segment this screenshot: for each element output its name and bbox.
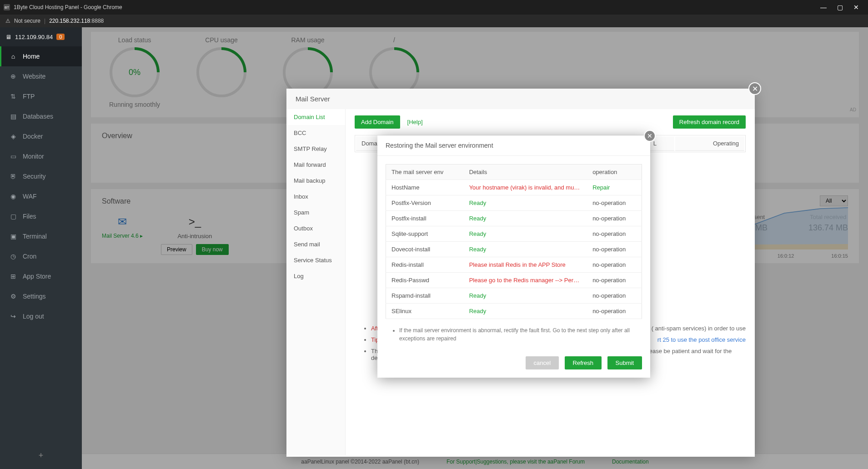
env-name: Dovecot-install	[386, 242, 464, 257]
cancel-button[interactable]: cancel	[526, 356, 559, 369]
sidebar-item-waf[interactable]: ◉WAF	[0, 186, 82, 206]
nav-label: App Store	[23, 273, 51, 280]
nav-label: Website	[23, 73, 45, 80]
add-menu-button[interactable]: +	[0, 451, 82, 469]
nav-label: Log out	[23, 313, 44, 320]
window-titlebar: BT 1Byte Cloud Hosting Panel - Google Ch…	[0, 0, 868, 15]
env-status-table: The mail server env Details operation Ho…	[386, 164, 642, 319]
env-op[interactable]: Repair	[587, 180, 642, 195]
sidebar-item-security[interactable]: ⛨Security	[0, 166, 82, 186]
col-operating: Operating	[675, 136, 744, 151]
nav-label: Files	[23, 213, 36, 220]
maximize-button[interactable]: ▢	[832, 4, 848, 11]
nav-icon: ⇅	[9, 93, 17, 100]
env-row: Dovecot-install Ready no-operation	[386, 242, 642, 257]
col-operation: operation	[587, 165, 642, 180]
env-op: no-operation	[587, 273, 642, 288]
content-area: Load status 0% Running smoothly CPU usag…	[82, 27, 868, 469]
sidebar-item-docker[interactable]: ◈Docker	[0, 126, 82, 146]
mail-tab-send-mail[interactable]: Send mail	[286, 236, 345, 252]
sidebar-item-settings[interactable]: ⚙Settings	[0, 286, 82, 306]
mail-modal-title: Mail Server	[286, 89, 755, 109]
mail-tab-mail-backup[interactable]: Mail backup	[286, 173, 345, 189]
nav-label: Monitor	[23, 153, 44, 160]
mail-tab-mail-forward[interactable]: Mail forward	[286, 157, 345, 173]
nav-label: Databases	[23, 113, 53, 120]
sidebar-item-app-store[interactable]: ⊞App Store	[0, 266, 82, 286]
note-2-link[interactable]: rt 25 to use the post office service	[657, 336, 746, 343]
sidebar-item-home[interactable]: ⌂Home	[0, 46, 82, 66]
nav-label: Terminal	[23, 233, 47, 240]
refresh-domain-record-button[interactable]: Refresh domain record	[673, 115, 746, 129]
env-name: Sqlite-support	[386, 226, 464, 242]
sidebar-item-website[interactable]: ⊕Website	[0, 66, 82, 86]
add-domain-button[interactable]: Add Domain	[355, 115, 400, 129]
close-restore-modal-button[interactable]: ✕	[644, 130, 656, 142]
mail-tab-bcc[interactable]: BCC	[286, 125, 345, 141]
env-name: Postfix-Version	[386, 195, 464, 211]
mail-tab-smtp-relay[interactable]: SMTP Relay	[286, 141, 345, 157]
sidebar-item-files[interactable]: ▢Files	[0, 206, 82, 226]
restore-modal-footer: cancel Refresh Submit	[377, 351, 650, 378]
nav-icon: ⛨	[9, 173, 17, 180]
ip-header[interactable]: 🖥 112.109.90.84 0	[0, 27, 82, 46]
nav-label: Docker	[23, 133, 43, 140]
minimize-button[interactable]: —	[815, 4, 832, 11]
nav-icon: ◷	[9, 253, 17, 260]
restore-tip-text: If the mail server environment is abnorm…	[399, 326, 642, 343]
env-details: Ready	[464, 288, 587, 304]
sidebar-item-log-out[interactable]: ↪Log out	[0, 306, 82, 326]
env-details: Ready	[464, 211, 587, 226]
env-details: Your hostname (virak) is invalid, and mu…	[464, 180, 587, 195]
sidebar-item-terminal[interactable]: ▣Terminal	[0, 226, 82, 246]
window-title: 1Byte Cloud Hosting Panel - Google Chrom…	[14, 4, 122, 10]
nav-label: Home	[23, 53, 40, 60]
env-row: Redis-Passwd Please go to the Redis mana…	[386, 273, 642, 288]
env-row: SElinux Ready no-operation	[386, 304, 642, 319]
nav-icon: ↪	[9, 313, 17, 320]
sidebar-item-databases[interactable]: ▤Databases	[0, 106, 82, 126]
nav-icon: ⊞	[9, 273, 17, 280]
address-bar[interactable]: ⚠ Not secure | 220.158.232.118:8888	[0, 15, 868, 27]
warning-icon: ⚠	[5, 18, 10, 24]
mail-tab-domain-list[interactable]: Domain List	[286, 109, 345, 125]
close-mail-modal-button[interactable]: ✕	[748, 82, 761, 95]
env-details: Please install Redis in the APP Store	[464, 257, 587, 273]
help-link[interactable]: [Help]	[407, 119, 423, 125]
mail-tab-log[interactable]: Log	[286, 268, 345, 284]
restore-tips: If the mail server environment is abnorm…	[386, 326, 642, 343]
env-name: Redis-Passwd	[386, 273, 464, 288]
nav-icon: ⌂	[9, 53, 17, 60]
env-details: Please go to the Redis manager --> Per…	[464, 273, 587, 288]
env-name: HostName	[386, 180, 464, 195]
env-row: Rspamd-install Ready no-operation	[386, 288, 642, 304]
nav-label: Security	[23, 173, 46, 180]
mail-tab-inbox[interactable]: Inbox	[286, 189, 345, 205]
refresh-button[interactable]: Refresh	[565, 356, 602, 369]
env-row: Sqlite-support Ready no-operation	[386, 226, 642, 242]
nav-label: Settings	[23, 293, 46, 300]
nav-icon: ▣	[9, 233, 17, 240]
close-window-button[interactable]: ✕	[848, 4, 864, 11]
sidebar-item-monitor[interactable]: ▭Monitor	[0, 146, 82, 166]
nav-icon: ⊕	[9, 73, 17, 80]
sidebar-item-cron[interactable]: ◷Cron	[0, 246, 82, 266]
mail-tab-outbox[interactable]: Outbox	[286, 220, 345, 236]
mail-modal-sidebar: Domain ListBCCSMTP RelayMail forwardMail…	[286, 109, 346, 455]
nav-icon: ▢	[9, 213, 17, 220]
mail-tab-service-status[interactable]: Service Status	[286, 252, 345, 268]
nav-label: Cron	[23, 253, 36, 260]
env-details: Ready	[464, 195, 587, 211]
submit-button[interactable]: Submit	[607, 356, 642, 369]
env-details: Ready	[464, 226, 587, 242]
nav-icon: ⚙	[9, 293, 17, 300]
mail-tab-spam[interactable]: Spam	[286, 205, 345, 220]
note-1-cont: ( anti-spam services) in order to use	[652, 325, 746, 332]
sidebar-item-ftp[interactable]: ⇅FTP	[0, 86, 82, 106]
nav-label: FTP	[23, 93, 35, 100]
nav-icon: ◈	[9, 133, 17, 140]
env-op: no-operation	[587, 257, 642, 273]
not-secure-label: Not secure	[14, 18, 40, 24]
env-row: Postfix-install Ready no-operation	[386, 211, 642, 226]
env-details: Ready	[464, 304, 587, 319]
